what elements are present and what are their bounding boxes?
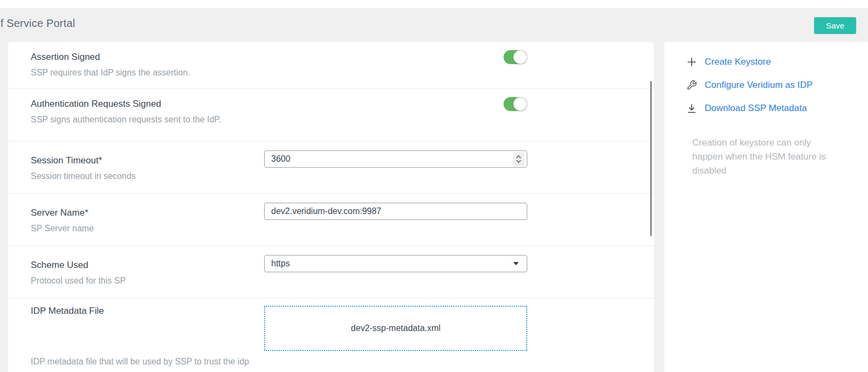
setting-description: SSP signs authentication requests sent t… xyxy=(31,114,264,125)
session-timeout-input[interactable] xyxy=(264,150,527,168)
setting-description: Protocol used for this SP xyxy=(31,275,264,286)
scheme-select[interactable]: https xyxy=(264,255,527,272)
setting-row-idp-metadata: IDP Metadata File dev2-ssp-metadata.xml … xyxy=(8,298,654,372)
scheme-selected-value: https xyxy=(271,259,290,268)
download-icon xyxy=(686,102,697,114)
setting-row-scheme-used: Scheme Used Protocol used for this SP ht… xyxy=(8,246,654,298)
setting-row-session-timeout: Session Timeout* Session timeout in seco… xyxy=(8,141,654,194)
setting-label: Scheme Used xyxy=(31,260,264,271)
top-strip xyxy=(0,0,868,8)
setting-description: SSP requires that IdP signs the assertio… xyxy=(31,67,264,78)
setting-row-auth-requests-signed: Authentication Requests Signed SSP signs… xyxy=(8,89,654,141)
keystore-hsm-note: Creation of keystore can only happen whe… xyxy=(692,136,832,178)
create-keystore-action[interactable]: Create Keystore xyxy=(686,56,868,68)
configure-idp-link[interactable]: Configure Veridium as IDP xyxy=(705,80,812,91)
setting-label: IDP Metadata File xyxy=(31,306,264,316)
chevron-up-icon xyxy=(515,155,522,159)
setting-label: Session Timeout* xyxy=(31,155,264,166)
save-button[interactable]: Save xyxy=(814,17,856,34)
setting-description: IDP metadata file that will be used by S… xyxy=(31,356,654,367)
auth-requests-signed-toggle[interactable] xyxy=(504,97,527,111)
create-keystore-link[interactable]: Create Keystore xyxy=(705,57,771,67)
server-name-input[interactable] xyxy=(264,203,527,220)
wrench-icon xyxy=(686,79,697,91)
toggle-knob xyxy=(513,97,527,111)
uploaded-file-name: dev2-ssp-metadata.xml xyxy=(351,323,440,333)
setting-label: Assertion Signed xyxy=(31,52,264,63)
chevron-down-icon xyxy=(515,159,522,163)
toggle-knob xyxy=(513,50,527,64)
settings-panel: Assertion Signed SSP requires that IdP s… xyxy=(8,42,654,372)
idp-metadata-dropzone[interactable]: dev2-ssp-metadata.xml xyxy=(264,306,527,351)
page-title: lf Service Portal xyxy=(0,17,75,30)
download-metadata-link[interactable]: Download SSP Metadata xyxy=(705,103,807,114)
setting-row-server-name: Server Name* SP Server name xyxy=(8,194,654,246)
actions-sidebar: Create Keystore Configure Veridium as ID… xyxy=(664,42,868,372)
setting-label: Server Name* xyxy=(31,208,264,218)
setting-description: SP Server name xyxy=(31,223,264,233)
plus-icon xyxy=(686,56,697,68)
number-stepper[interactable] xyxy=(513,152,525,166)
setting-row-assertion-signed: Assertion Signed SSP requires that IdP s… xyxy=(8,42,654,89)
vertical-scrollbar[interactable] xyxy=(650,81,652,236)
setting-description: Session timeout in seconds xyxy=(31,171,264,181)
configure-idp-action[interactable]: Configure Veridium as IDP xyxy=(686,79,868,91)
download-metadata-action[interactable]: Download SSP Metadata xyxy=(686,102,868,114)
setting-label: Authentication Requests Signed xyxy=(31,99,264,109)
dropdown-caret-icon xyxy=(513,262,519,265)
assertion-signed-toggle[interactable] xyxy=(504,50,527,64)
